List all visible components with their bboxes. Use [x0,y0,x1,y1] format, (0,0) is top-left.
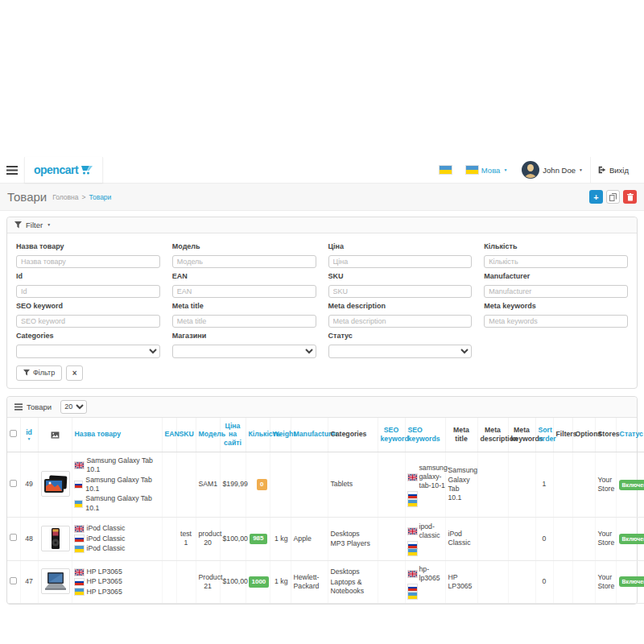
filter-label-quantity: Кількість [484,242,628,250]
cell-ean [162,452,176,518]
cell-seo-keyword [378,560,405,604]
column-header-status[interactable]: Статус [616,418,644,452]
filter-input-id[interactable] [16,285,160,298]
cell-weight: 1 kg [270,518,291,561]
product-thumbnail-hp-lp3065 [41,568,70,594]
navbar-spacer [103,157,432,183]
cell-status: Включено [616,560,644,604]
column-header-seo-keyword[interactable]: SEO keyword [378,418,405,452]
filter-select-categories[interactable] [16,345,160,358]
breadcrumb-separator: > [82,193,86,201]
column-header-manufacturer[interactable]: Manufacturer [291,418,328,452]
page-size-select[interactable]: 20 [60,400,87,414]
apply-filter-button[interactable]: Фільтр [16,365,62,381]
cell-status: Включено [616,518,644,561]
copy-product-button[interactable] [606,190,620,204]
plus-icon: + [593,192,598,202]
add-product-button[interactable]: + [589,190,603,204]
menu-toggle-button[interactable] [0,157,24,183]
row-checkbox[interactable] [10,577,17,584]
filter-field-price: Ціна [328,238,473,268]
funnel-icon [14,221,22,229]
filter-input-ean[interactable] [172,285,316,298]
column-header-model[interactable]: Модель [196,418,220,452]
filter-input-model[interactable] [172,255,316,268]
logout-button[interactable]: Вихід [590,157,636,183]
clear-filter-button[interactable]: × [66,365,83,381]
cell-options [572,452,595,518]
column-header-quantity[interactable]: Кількість [246,418,270,452]
filter-field-meta-description: Meta description [328,298,473,328]
user-dropdown[interactable]: John Doe ▼ [514,157,590,183]
filter-panel-body: Назва товару Модель Ціна Кількість Id [7,233,637,388]
chevron-down-icon: ▼ [47,223,51,227]
filter-label-manufacturer: Manufacturer [484,272,628,280]
cell-sku [176,560,196,604]
column-header-ean[interactable]: EAN [162,418,176,452]
cell-quantity: 1000 [246,560,270,604]
column-header-meta-title: Meta title [445,418,477,452]
cell-seo-keywords: samsung-galaxy-tab-10-1 [405,452,445,518]
sign-out-icon [598,166,606,174]
brand-logo[interactable]: opencart [24,157,103,183]
cell-weight [270,452,291,518]
filter-input-price[interactable] [328,255,473,268]
filter-label-sku: SKU [328,272,473,280]
chevron-down-icon: ▼ [579,168,583,172]
cell-seo-keywords: ipod-classic [405,518,445,561]
table-row: 47 HP LP3065 [7,560,644,604]
filter-select-status[interactable] [328,345,473,358]
column-header-weight[interactable]: Weight [270,418,291,452]
column-header-seo-keywords[interactable]: SEO keywords [405,418,445,452]
row-checkbox[interactable] [10,534,17,541]
column-header-sku[interactable]: SKU [176,418,196,452]
cell-meta-description [477,518,508,561]
filter-input-sku[interactable] [328,285,473,298]
filter-input-quantity[interactable] [484,255,628,268]
current-language-flag[interactable] [432,157,459,183]
filter-input-name[interactable] [16,255,160,268]
cell-meta-title: iPod Classic [445,518,477,561]
cell-model: product 20 [196,518,220,561]
delete-product-button[interactable] [623,190,637,204]
opencart-cart-icon [80,165,93,175]
uk-flag-icon [75,569,84,576]
cell-meta-description [477,560,508,604]
filter-input-meta-title[interactable] [172,315,316,328]
brand-text: opencart [34,163,78,176]
cell-meta-description [477,452,508,518]
cell-manufacturer: Hewlett-Packard [291,560,328,604]
filter-field-ean: EAN [172,268,316,298]
filter-field-model: Модель [172,238,316,268]
picture-icon [51,431,60,439]
cell-stores: Your Store [595,452,616,518]
row-checkbox[interactable] [10,480,17,487]
status-badge: Включено [619,576,644,587]
column-header-name[interactable]: Назва товару [72,418,162,452]
filter-select-stores[interactable] [172,345,316,358]
filter-label-meta-title: Meta title [172,302,316,310]
language-dropdown[interactable]: Мова ▼ [459,157,514,183]
top-whitespace [0,0,644,157]
filter-input-seo-keyword[interactable] [16,315,160,328]
breadcrumb-current[interactable]: Товари [89,193,111,201]
column-header-sort-order[interactable]: Sort order [535,418,553,452]
cell-meta-title: HP LP3065 [445,560,477,604]
russia-flag-icon [408,542,417,548]
cell-quantity: 985 [246,518,270,561]
breadcrumb-home[interactable]: Головна [52,193,78,201]
filter-input-manufacturer[interactable] [484,285,628,298]
quantity-badge: 1000 [249,576,270,587]
cell-name: Samsung Galaxy Tab 10.1 Samsung Galaxy T… [72,452,162,518]
filter-input-meta-description[interactable] [328,315,473,328]
russia-flag-icon [408,584,417,591]
filter-input-meta-keywords[interactable] [484,315,628,328]
x-icon: × [72,369,77,378]
ukraine-flag-icon [75,588,84,595]
cell-sort-order: 1 [535,452,553,518]
column-header-id[interactable]: id ▼ [20,418,38,452]
filter-panel-heading[interactable]: Filter ▼ [7,217,637,233]
chevron-down-icon: ▼ [503,168,507,172]
filter-label-price: Ціна [328,242,473,250]
select-all-checkbox[interactable] [10,430,17,437]
